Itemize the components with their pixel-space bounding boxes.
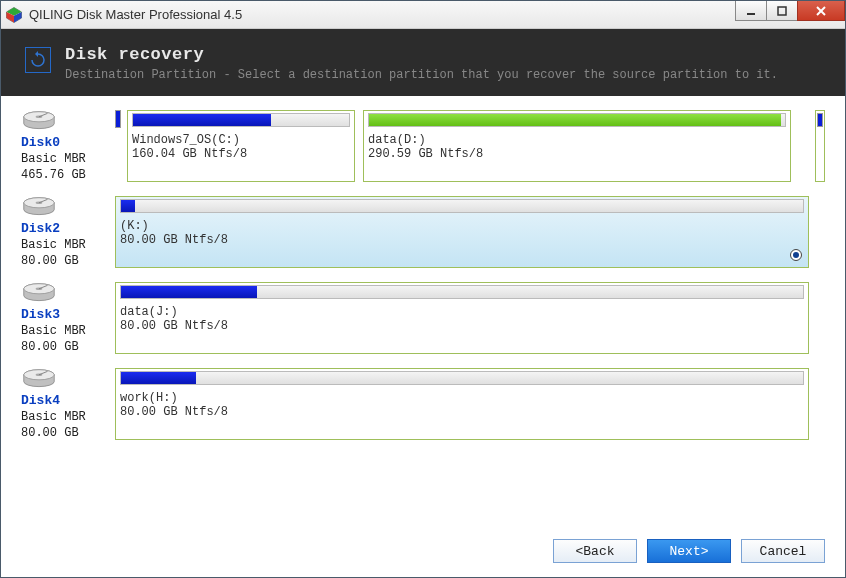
- disk-icon: [21, 110, 57, 132]
- disk-row: Disk3Basic MBR80.00 GBdata(J:)80.00 GB N…: [21, 282, 825, 354]
- disk-size: 465.76 GB: [21, 168, 86, 182]
- disk-type: Basic MBR: [21, 324, 86, 338]
- partition-label: work(H:): [120, 391, 804, 405]
- selected-radio-icon: [790, 249, 802, 261]
- window-controls: [736, 1, 845, 21]
- disk-name: Disk4: [21, 393, 60, 408]
- partitions-area: data(J:)80.00 GB Ntfs/8: [115, 282, 825, 354]
- partition-detail: 80.00 GB Ntfs/8: [120, 233, 804, 247]
- partition-label: Windows7_OS(C:): [132, 133, 350, 147]
- disk-icon: [21, 196, 57, 218]
- disk-name: Disk2: [21, 221, 60, 236]
- partition[interactable]: data(D:)290.59 GB Ntfs/8: [363, 110, 791, 182]
- disk-type: Basic MBR: [21, 152, 86, 166]
- partition[interactable]: work(H:)80.00 GB Ntfs/8: [115, 368, 809, 440]
- disk-name: Disk0: [21, 135, 60, 150]
- recovery-icon: [25, 47, 51, 73]
- disk-list: Disk0Basic MBR465.76 GBWindows7_OS(C:)16…: [1, 96, 845, 468]
- titlebar[interactable]: QILING Disk Master Professional 4.5: [1, 1, 845, 29]
- partition[interactable]: (K:)80.00 GB Ntfs/8: [115, 196, 809, 268]
- page-header: Disk recovery Destination Partition - Se…: [1, 29, 845, 96]
- disk-row: Disk2Basic MBR80.00 GB(K:)80.00 GB Ntfs/…: [21, 196, 825, 268]
- usage-bar: [120, 285, 804, 299]
- minimize-button[interactable]: [735, 1, 767, 21]
- disk-row: Disk4Basic MBR80.00 GBwork(H:)80.00 GB N…: [21, 368, 825, 440]
- usage-bar: [120, 199, 804, 213]
- back-button[interactable]: <Back: [553, 539, 637, 563]
- usage-bar: [120, 371, 804, 385]
- partition-label: data(D:): [368, 133, 786, 147]
- lead-marker: [115, 110, 121, 182]
- partition-label: data(J:): [120, 305, 804, 319]
- partitions-area: (K:)80.00 GB Ntfs/8: [115, 196, 825, 268]
- partition[interactable]: Windows7_OS(C:)160.04 GB Ntfs/8: [127, 110, 355, 182]
- next-button[interactable]: Next>: [647, 539, 731, 563]
- partition[interactable]: data(J:)80.00 GB Ntfs/8: [115, 282, 809, 354]
- page-title: Disk recovery: [65, 45, 778, 64]
- cancel-button[interactable]: Cancel: [741, 539, 825, 563]
- partition-detail: 80.00 GB Ntfs/8: [120, 405, 804, 419]
- disk-row: Disk0Basic MBR465.76 GBWindows7_OS(C:)16…: [21, 110, 825, 182]
- disk-icon: [21, 368, 57, 390]
- partitions-area: work(H:)80.00 GB Ntfs/8: [115, 368, 825, 440]
- disk-info: Disk0Basic MBR465.76 GB: [21, 110, 109, 182]
- app-icon: [5, 6, 23, 24]
- partition-detail: 290.59 GB Ntfs/8: [368, 147, 786, 161]
- disk-type: Basic MBR: [21, 238, 86, 252]
- disk-size: 80.00 GB: [21, 340, 79, 354]
- button-bar: <Back Next> Cancel: [553, 539, 825, 563]
- partition-detail: 80.00 GB Ntfs/8: [120, 319, 804, 333]
- disk-name: Disk3: [21, 307, 60, 322]
- disk-info: Disk3Basic MBR80.00 GB: [21, 282, 109, 354]
- disk-size: 80.00 GB: [21, 426, 79, 440]
- close-button[interactable]: [797, 1, 845, 21]
- svg-rect-5: [778, 7, 786, 15]
- disk-icon: [21, 282, 57, 304]
- disk-info: Disk4Basic MBR80.00 GB: [21, 368, 109, 440]
- svg-marker-8: [35, 51, 38, 57]
- partition-label: (K:): [120, 219, 804, 233]
- maximize-button[interactable]: [766, 1, 798, 21]
- disk-info: Disk2Basic MBR80.00 GB: [21, 196, 109, 268]
- disk-size: 80.00 GB: [21, 254, 79, 268]
- trailing-partition-sliver[interactable]: [815, 110, 825, 182]
- disk-type: Basic MBR: [21, 410, 86, 424]
- window-title: QILING Disk Master Professional 4.5: [29, 7, 841, 22]
- usage-bar: [368, 113, 786, 127]
- window-frame: QILING Disk Master Professional 4.5 Disk…: [0, 0, 846, 578]
- usage-bar: [132, 113, 350, 127]
- partitions-area: Windows7_OS(C:)160.04 GB Ntfs/8data(D:)2…: [127, 110, 809, 182]
- page-subtitle: Destination Partition - Select a destina…: [65, 68, 778, 82]
- partition-detail: 160.04 GB Ntfs/8: [132, 147, 350, 161]
